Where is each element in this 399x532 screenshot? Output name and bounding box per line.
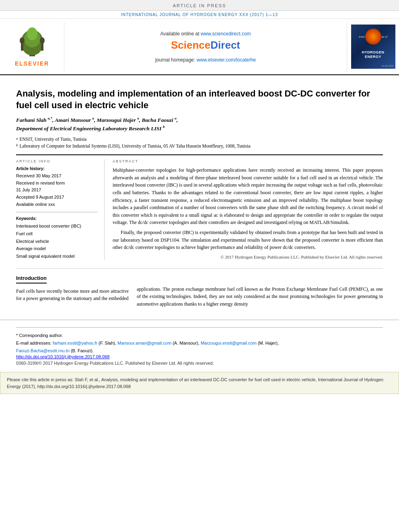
abstract-copyright: © 2017 Hydrogen Energy Publications LLC.…	[113, 255, 383, 259]
sciencedirect-logo: ScienceDirect	[171, 39, 240, 51]
keyword-3: Electrical vehicle	[16, 238, 98, 245]
author-1: Farhani Slah	[16, 117, 46, 123]
history-item-3: 31 July 2017	[16, 187, 98, 194]
intro-heading: Introduction	[16, 275, 47, 283]
info-separator	[16, 212, 98, 212]
keyword-1: Interleaved boost converter (IBC)	[16, 222, 98, 230]
abstract-column: ABSTRACT Multiphase-converter topologies…	[113, 159, 383, 260]
affiliation-2-text: Laboratory of Computer for Industrial Sy…	[20, 143, 251, 150]
authors-line: Farhani Slah a,*, Amari Mansour a, Marzo…	[16, 116, 383, 133]
article-info-column: ARTICLE INFO Article history: Received 3…	[16, 159, 105, 260]
journal-homepage: journal homepage: www.elsevier.com/locat…	[155, 57, 256, 63]
affiliation-2-label: b	[16, 143, 18, 150]
intro-left-text: Fuel cells have recently become more and…	[16, 288, 129, 302]
footnotes-section: * Corresponding author. E-mail addresses…	[0, 320, 399, 366]
keyword-5: Small signal equivalent model	[16, 253, 98, 260]
journal-cover: International Journal of HYDROGENENERGY …	[347, 22, 399, 71]
affiliation-2: b Laboratory of Computer for Industrial …	[16, 143, 383, 150]
author-4: Bacha Faouzi	[142, 117, 173, 123]
email-2[interactable]: Mansour.amari@gmail.com	[117, 341, 171, 345]
cover-circle-decoration	[365, 29, 381, 45]
affiliations: a ENSIT, University of Tunis, Tunisia b …	[16, 136, 383, 150]
svg-rect-5	[21, 43, 23, 51]
banner-text: ARTICLE IN PRESS	[173, 3, 226, 8]
footer-copyright: 0360-3199/© 2017 Hydrogen Energy Publica…	[16, 361, 383, 366]
article-history-title: Article history:	[16, 166, 98, 171]
svg-point-6	[40, 37, 45, 44]
author-3-superscript: a	[137, 116, 139, 120]
doi-link[interactable]: http://dx.doi.org/10.1016/j.ijhydene.201…	[16, 354, 109, 359]
history-item-4: Accepted 9 August 2017	[16, 194, 98, 201]
abstract-paragraph-1: Multiphase-converter topologies for high…	[113, 166, 383, 226]
svg-rect-7	[41, 43, 43, 51]
available-online: Available online at www.sciencedirect.co…	[160, 31, 251, 37]
abstract-heading: ABSTRACT	[113, 159, 383, 163]
email-1[interactable]: farhani.esstt@yahoo.fr	[53, 341, 97, 345]
sciencedirect-url[interactable]: www.sciencedirect.com	[201, 31, 251, 37]
footnotes-separator	[16, 327, 383, 328]
thick-separator	[16, 154, 383, 155]
citation-text: Please cite this article in press as: Sl…	[7, 377, 383, 389]
article-title: Analysis, modeling and implementation of…	[16, 88, 383, 111]
introduction-section: Introduction Fuel cells have recently be…	[16, 268, 383, 308]
corresponding-author-note: * Corresponding author.	[16, 332, 383, 339]
abstract-paragraph-2: Finally, the proposed converter (IBC) is…	[113, 229, 383, 251]
author-2: Amari Mansour	[55, 117, 91, 123]
intro-right-column: applications. The proton exchange membra…	[137, 275, 383, 308]
article-history: Received 30 May 2017 Received in revised…	[16, 173, 98, 208]
journal-homepage-url[interactable]: www.elsevier.com/locate/he	[197, 57, 256, 63]
elsevier-tree-icon	[14, 27, 50, 59]
elsevier-logo: ELSEVIER	[0, 22, 64, 71]
keyword-2: Fuel cell	[16, 230, 98, 238]
svg-point-4	[20, 37, 25, 44]
author-4-superscript: a	[175, 116, 177, 120]
history-item-1: Received 30 May 2017	[16, 173, 98, 180]
keywords-list: Interleaved boost converter (IBC) Fuel c…	[16, 222, 98, 260]
keyword-4: Average model	[16, 245, 98, 253]
elsevier-brand-text: ELSEVIER	[15, 60, 49, 67]
journal-cover-image: International Journal of HYDROGENENERGY …	[351, 25, 395, 69]
department-name: Department of Electrical Engineering Lab…	[16, 125, 162, 131]
top-header: ELSEVIER Available online at www.science…	[0, 19, 399, 75]
affiliation-1: a ENSIT, University of Tunis, Tunisia	[16, 136, 383, 143]
email-4[interactable]: Faouzi.Bacha@esstt.rnu.tn	[16, 348, 70, 353]
history-item-5: Available online xxx	[16, 201, 98, 208]
doi-line: http://dx.doi.org/10.1016/j.ijhydene.201…	[16, 354, 383, 359]
author-2-superscript: a	[92, 116, 94, 120]
article-info-heading: ARTICLE INFO	[16, 159, 98, 163]
main-content: Analysis, modeling and implementation of…	[0, 75, 399, 308]
email-3[interactable]: Marzougui.ensit@gmail.com	[201, 341, 257, 345]
abstract-text: Multiphase-converter topologies for high…	[113, 166, 383, 251]
cover-elsevier-small: ELSEVIER	[382, 65, 393, 67]
author-3: Marzougui Hajer	[97, 117, 136, 123]
two-column-section: ARTICLE INFO Article history: Received 3…	[16, 159, 383, 260]
journal-header-text: INTERNATIONAL JOURNAL OF HYDROGEN ENERGY…	[121, 12, 278, 17]
intro-left-column: Introduction Fuel cells have recently be…	[16, 275, 129, 308]
svg-point-3	[27, 27, 37, 40]
journal-header-line: INTERNATIONAL JOURNAL OF HYDROGEN ENERGY…	[0, 11, 399, 19]
intro-right-text: applications. The proton exchange membra…	[137, 286, 383, 308]
affiliation-1-text: ENSIT, University of Tunis, Tunisia	[20, 136, 87, 143]
citation-box: Please cite this article in press as: Sl…	[0, 372, 399, 394]
email-addresses-line: E-mail addresses: farhani.esstt@yahoo.fr…	[16, 339, 383, 354]
keywords-title: Keywords:	[16, 216, 98, 221]
intro-columns: Introduction Fuel cells have recently be…	[16, 275, 383, 308]
cover-title: HYDROGENENERGY	[362, 50, 384, 59]
history-item-2: Received in revised form	[16, 180, 98, 187]
article-in-press-banner: ARTICLE IN PRESS	[0, 0, 399, 11]
dept-superscript: b	[163, 125, 165, 129]
affiliation-1-label: a	[16, 136, 18, 143]
author-1-superscript: a,*	[48, 116, 52, 120]
header-center: Available online at www.sciencedirect.co…	[64, 22, 347, 71]
